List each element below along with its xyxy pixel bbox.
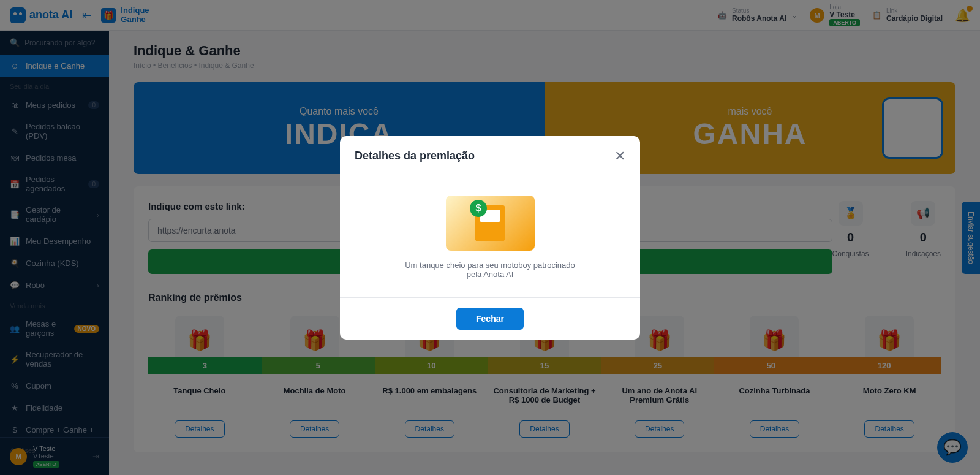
close-icon[interactable]: ✕: [614, 148, 625, 164]
modal-overlay[interactable]: Detalhes da premiação ✕ $ Um tanque chei…: [0, 0, 980, 475]
prize-detail-modal: Detalhes da premiação ✕ $ Um tanque chei…: [340, 136, 640, 340]
modal-title: Detalhes da premiação: [355, 150, 475, 162]
fuel-pump-icon: $: [475, 205, 505, 241]
prize-image: $: [446, 196, 535, 251]
money-badge-icon: $: [470, 200, 487, 217]
prize-description: Um tanque cheio para seu motoboy patroci…: [404, 260, 576, 279]
close-modal-button[interactable]: Fechar: [456, 308, 524, 330]
